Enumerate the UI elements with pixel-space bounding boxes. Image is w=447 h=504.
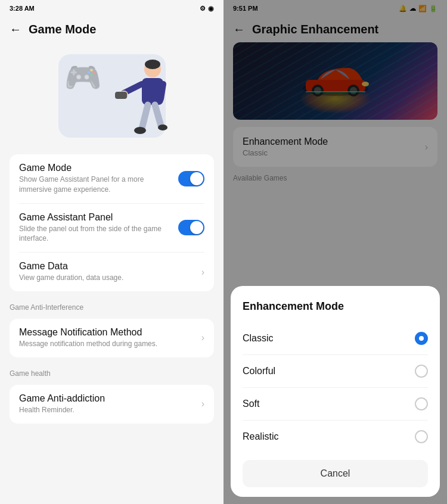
status-icons-left: ⚙ ◉ xyxy=(200,5,214,13)
time-left: 3:28 AM xyxy=(10,5,35,12)
toggle-knob-2 xyxy=(190,221,203,234)
game-mode-text: Game Mode Show Game Assistant Panel for … xyxy=(19,163,178,195)
notification-text: Message Notification Method Message noti… xyxy=(19,327,197,349)
game-mode-label: Game Mode xyxy=(19,163,178,173)
top-bar-left: ← Game Mode xyxy=(0,17,224,42)
gamepad-icon: 🎮 xyxy=(64,60,101,95)
dot-icon: ◉ xyxy=(208,5,214,13)
radio-realistic[interactable] xyxy=(415,430,428,443)
notification-sub: Message notification method during games… xyxy=(19,339,197,349)
anti-addiction-item[interactable]: Game Anti-addiction Health Reminder. › xyxy=(19,385,204,424)
option-classic[interactable]: Classic xyxy=(243,322,428,355)
modal-title: Enhancement Mode xyxy=(243,300,428,313)
chevron-right-icon-2: › xyxy=(201,332,204,343)
game-assistant-sub: Slide the panel out from the side of the… xyxy=(19,224,178,244)
notification-method-item[interactable]: Message Notification Method Message noti… xyxy=(19,319,204,357)
right-panel: 9:51 PM 🔔 ☁ 📶 🔋 ← Graphic Enhancement xyxy=(224,0,447,504)
option-soft-label: Soft xyxy=(243,399,415,409)
cancel-button[interactable]: Cancel xyxy=(243,460,428,487)
svg-point-1 xyxy=(145,60,160,69)
game-data-sub: View game duration, data usage. xyxy=(19,273,197,283)
page-title-left: Game Mode xyxy=(29,23,96,36)
svg-rect-10 xyxy=(115,92,127,99)
left-panel: 3:28 AM ⚙ ◉ ← Game Mode 🎮 xyxy=(0,0,224,504)
modal-sheet: Enhancement Mode Classic Colorful Soft R… xyxy=(231,286,440,497)
status-bar-left: 3:28 AM ⚙ ◉ xyxy=(0,0,224,17)
game-data-text: Game Data View game duration, data usage… xyxy=(19,261,197,283)
game-assistant-toggle[interactable] xyxy=(178,220,204,235)
anti-addiction-label: Game Anti-addiction xyxy=(19,393,197,404)
settings-card-2: Message Notification Method Message noti… xyxy=(10,319,214,357)
radio-colorful[interactable] xyxy=(415,365,428,378)
game-mode-item: Game Mode Show Game Assistant Panel for … xyxy=(19,154,204,204)
section-label-2: Game health xyxy=(0,362,224,380)
option-colorful-label: Colorful xyxy=(243,366,415,377)
anti-addiction-text: Game Anti-addiction Health Reminder. xyxy=(19,393,197,415)
chevron-right-icon-3: › xyxy=(201,399,204,409)
settings-icon: ⚙ xyxy=(200,5,206,13)
option-soft[interactable]: Soft xyxy=(243,388,428,421)
option-realistic-label: Realistic xyxy=(243,431,415,442)
person-illustration xyxy=(112,51,172,141)
anti-addiction-sub: Health Reminder. xyxy=(19,405,197,415)
svg-line-4 xyxy=(161,84,163,99)
game-assistant-label: Game Assistant Panel xyxy=(19,212,178,223)
game-assistant-item: Game Assistant Panel Slide the panel out… xyxy=(19,204,204,253)
option-classic-label: Classic xyxy=(243,333,415,344)
notification-label: Message Notification Method xyxy=(19,327,197,338)
svg-line-6 xyxy=(155,105,161,126)
radio-soft[interactable] xyxy=(415,397,428,410)
settings-card-1: Game Mode Show Game Assistant Panel for … xyxy=(10,154,214,291)
settings-card-3: Game Anti-addiction Health Reminder. › xyxy=(10,385,214,424)
modal-overlay: Enhancement Mode Classic Colorful Soft R… xyxy=(224,0,447,504)
chevron-right-icon-1: › xyxy=(201,267,204,278)
game-data-item[interactable]: Game Data View game duration, data usage… xyxy=(19,253,204,291)
game-assistant-text: Game Assistant Panel Slide the panel out… xyxy=(19,212,178,244)
game-mode-sub: Show Game Assistant Panel for a more imm… xyxy=(19,175,178,195)
svg-point-8 xyxy=(134,127,146,134)
svg-point-9 xyxy=(158,125,167,130)
game-data-label: Game Data xyxy=(19,261,197,272)
toggle-knob-1 xyxy=(190,172,203,185)
game-mode-toggle[interactable] xyxy=(178,171,204,186)
svg-line-5 xyxy=(142,105,148,129)
illustration: 🎮 xyxy=(46,48,178,144)
option-realistic[interactable]: Realistic xyxy=(243,421,428,453)
section-label-1: Game Anti-Interference xyxy=(0,296,224,314)
back-button-left[interactable]: ← xyxy=(10,23,21,36)
radio-classic[interactable] xyxy=(415,332,428,345)
option-colorful[interactable]: Colorful xyxy=(243,355,428,388)
